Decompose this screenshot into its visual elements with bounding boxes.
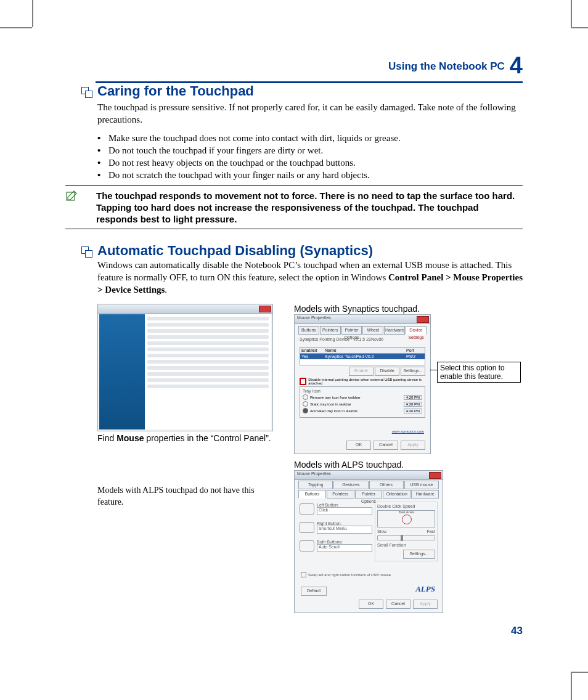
settings-button: Settings... — [403, 550, 435, 559]
cell-name: Synaptics TouchPad V6.2 — [324, 354, 405, 359]
clock-1: 4:20 PM — [404, 402, 422, 407]
device-label: Synaptics Pointing Device - v9.1.5 22Nov… — [300, 337, 425, 341]
list-item: Make sure the touchpad does not come int… — [97, 132, 523, 144]
test-area-box: Test Area — [377, 510, 435, 527]
tab-pointers: Pointers — [327, 490, 354, 499]
heading-auto-disable: Automatic Touchpad Disabling (Synaptics) — [97, 243, 373, 259]
window-title: Mouse Properties — [297, 471, 331, 476]
tab-buttons: Buttons — [298, 326, 319, 335]
note-text: The touchpad responds to movement not to… — [96, 190, 523, 225]
section-icon — [81, 246, 91, 256]
left-btn-value: Click — [317, 507, 372, 515]
cell-enabled: Yes — [300, 354, 324, 359]
tab-pointer-options: Pointer Options — [341, 326, 362, 335]
callout-box: Select this option to enable this featur… — [437, 362, 521, 383]
caption-alps: Models with ALPS touchpad. — [294, 460, 404, 470]
tab-gestures: Gestures — [333, 481, 368, 489]
crop-mark — [571, 672, 588, 673]
tab-usb-mouse: USB mouse connection — [404, 481, 439, 489]
cancel-button: Cancel — [386, 600, 410, 609]
tab-wheel: Wheel — [362, 326, 383, 335]
precautions-list: Make sure the touchpad does not come int… — [97, 132, 523, 181]
intro-paragraph: The touchpad is pressure sensitive. If n… — [97, 101, 523, 126]
radio-icon — [303, 408, 308, 413]
test-area-label: Test Area — [378, 510, 435, 514]
vista-sidebar — [99, 314, 145, 429]
both-btn-label: Both Buttons: — [317, 540, 372, 544]
manual-page: Using the Notebook PC4 Caring for the To… — [0, 0, 588, 700]
disable-checkbox-label: Disable internal pointing device when ex… — [308, 378, 425, 385]
note-box: The touchpad responds to movement not to… — [65, 185, 523, 229]
apply-button: Apply — [401, 441, 425, 450]
window-title: Mouse Properties — [297, 315, 331, 320]
close-icon — [429, 472, 441, 479]
synaptics-link: www.synaptics.com — [392, 429, 424, 433]
tab-hardware: Hardware — [384, 326, 405, 335]
crop-mark — [571, 673, 572, 700]
note-icon — [65, 190, 78, 202]
list-item: Do not touch the touchpad if your finger… — [97, 144, 523, 157]
tray-opt-0: Remove tray icon from taskbar — [310, 396, 402, 399]
col-name: Name — [324, 348, 405, 353]
control-panel-content — [145, 314, 271, 429]
scroll-label: Scroll Function — [377, 543, 435, 547]
list-item: Do not scratch the touchpad with your fi… — [97, 169, 523, 181]
slow-label: Slow — [377, 529, 386, 534]
page-number: 43 — [511, 625, 523, 637]
page-header: Using the Notebook PC4 — [96, 52, 523, 83]
window-titlebar: Mouse Properties — [295, 315, 430, 324]
screenshot-synaptics: Mouse Properties Buttons Pointers Pointe… — [294, 314, 431, 454]
fast-label: Fast — [427, 529, 435, 534]
section-title: Using the Notebook PC — [388, 60, 505, 72]
swap-label: Swap left and right button functions of … — [308, 573, 391, 577]
both-btn-value: Auto Scroll — [317, 544, 372, 552]
tray-opt-1: Static tray icon in taskbar — [310, 402, 402, 406]
crop-mark — [0, 27, 32, 28]
device-table: Enabled Name Port Yes Synaptics TouchPad… — [300, 347, 425, 365]
cell-port: PS/2 — [405, 354, 425, 359]
folder-icon — [402, 515, 412, 524]
tab-pointers: Pointers — [320, 326, 341, 335]
touchpad-icon — [300, 540, 314, 551]
close-icon — [417, 316, 429, 323]
checkbox-icon — [300, 378, 306, 385]
cap-cp-post: properties in the “Control Panel”. — [144, 433, 271, 443]
tray-icon-group: Tray Icon Remove tray icon from taskbar4… — [300, 386, 425, 418]
tab-device-settings: Device Settings — [406, 326, 427, 335]
speed-slider — [377, 535, 435, 540]
caption-control-panel: Find Mouse properties in the “Control Pa… — [97, 433, 272, 443]
tabs-row2: Buttons Pointers Pointer Options Orienta… — [298, 490, 439, 499]
chapter-number: 4 — [510, 52, 523, 78]
dclick-label: Double Click Speed — [377, 504, 435, 508]
apply-button: Apply — [413, 600, 438, 609]
callout-connector — [430, 370, 437, 370]
default-button: Default — [301, 587, 327, 596]
enable-button: Enable — [349, 367, 374, 376]
radio-icon — [303, 401, 308, 407]
close-icon — [259, 306, 271, 312]
tab-hardware: Hardware — [411, 490, 439, 499]
tray-heading: Tray Icon — [303, 389, 422, 393]
right-btn-value: Shortcut Menu — [317, 526, 372, 534]
left-btn-label: Left Button: — [317, 503, 372, 507]
caption-synaptics: Models with Synaptics touchpad. — [294, 304, 420, 314]
section2-paragraph: Windows can automatically disable the No… — [97, 259, 523, 296]
touchpad-icon — [300, 522, 314, 533]
col-port: Port — [405, 348, 425, 353]
ok-button: OK — [359, 600, 383, 609]
tab-buttons: Buttons — [298, 490, 326, 499]
settings-button: Settings... — [401, 367, 425, 376]
ok-button: OK — [346, 441, 371, 450]
tabs-row: Buttons Pointers Pointer Options Wheel H… — [298, 326, 427, 335]
cancel-button: Cancel — [374, 441, 398, 450]
cap-cp-bold: Mouse — [116, 433, 144, 443]
tab-tapping: Tapping — [298, 481, 333, 489]
double-click-group: Double Click Speed Test Area SlowFast Sc… — [375, 502, 438, 561]
crop-mark — [571, 27, 588, 28]
crop-mark — [32, 0, 33, 27]
tabs-row1: Tapping Gestures Others USB mouse connec… — [298, 481, 439, 489]
radio-icon — [303, 394, 308, 400]
window-titlebar: Mouse Properties — [295, 471, 443, 480]
cap-cp-pre: Find — [97, 433, 116, 443]
crop-mark — [571, 0, 572, 27]
